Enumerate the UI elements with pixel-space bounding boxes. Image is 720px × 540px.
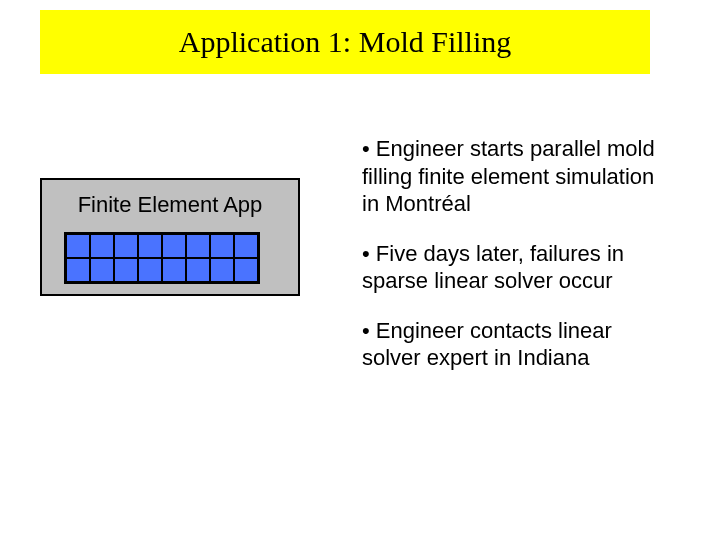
grid-cell xyxy=(162,234,186,258)
grid-cell xyxy=(66,258,90,282)
grid-cell xyxy=(186,258,210,282)
title-banner: Application 1: Mold Filling xyxy=(40,10,650,74)
grid-cell xyxy=(114,234,138,258)
slide: Application 1: Mold Filling Finite Eleme… xyxy=(0,0,720,540)
slide-title: Application 1: Mold Filling xyxy=(179,25,512,59)
grid-cell xyxy=(90,258,114,282)
bullet-2: • Five days later, failures in sparse li… xyxy=(362,240,672,295)
grid-cell xyxy=(90,234,114,258)
grid-cell xyxy=(210,234,234,258)
grid-cell xyxy=(114,258,138,282)
grid-cell xyxy=(234,234,258,258)
finite-element-app-label: Finite Element App xyxy=(42,192,298,218)
grid-cell xyxy=(186,234,210,258)
grid-cell xyxy=(162,258,186,282)
grid-cell xyxy=(66,234,90,258)
grid-cell xyxy=(210,258,234,282)
bullet-list: • Engineer starts parallel mold filling … xyxy=(362,135,672,394)
grid-cell xyxy=(234,258,258,282)
finite-element-app-box: Finite Element App xyxy=(40,178,300,296)
processor-grid xyxy=(64,232,260,284)
grid-cell xyxy=(138,234,162,258)
bullet-1: • Engineer starts parallel mold filling … xyxy=(362,135,672,218)
bullet-3: • Engineer contacts linear solver expert… xyxy=(362,317,672,372)
grid-cell xyxy=(138,258,162,282)
